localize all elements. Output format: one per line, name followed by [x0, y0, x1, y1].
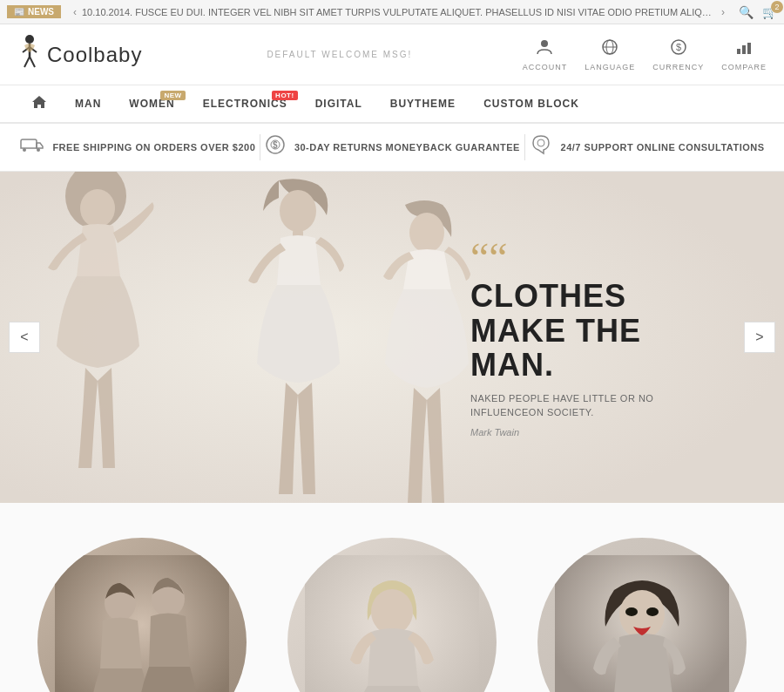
hero-content: ““ CLOTHES MAKE THE MAN. NAKED PEOPLE HA…: [470, 237, 714, 438]
svg-point-34: [625, 607, 638, 616]
svg-point-15: [23, 148, 26, 152]
language-icon: [601, 38, 618, 60]
svg-point-0: [25, 35, 34, 44]
compare-label: COMPARE: [721, 63, 767, 71]
cart-badge: 2: [771, 1, 783, 13]
nav-item-electronics[interactable]: ELECTRONICS HOT!: [189, 87, 301, 120]
nav-item-buytheme[interactable]: BUYTHEME: [376, 87, 470, 120]
feature-support-text: 24/7 SUPPORT ONLINE CONSULTATIONS: [561, 142, 765, 153]
svg-point-20: [537, 139, 544, 146]
account-icon-item[interactable]: ACCOUNT: [523, 38, 568, 71]
account-icon: [536, 38, 553, 60]
language-icon-item[interactable]: LANGUAGE: [585, 38, 635, 71]
category-new-arrivals[interactable]: NEW ARRIVALS: [26, 538, 259, 692]
nav-badge-hot: HOT!: [272, 91, 298, 100]
language-label: LANGUAGE: [585, 63, 635, 71]
logo-icon: [17, 35, 42, 74]
currency-label: CURRENCY: [652, 63, 704, 71]
navigation: MAN WOMEN NEW ELECTRONICS HOT! DIGITAL B…: [0, 85, 784, 124]
header: Coolbaby DEFAULT WELCOME MSG! ACCOUNT LA…: [0, 24, 784, 85]
nav-home[interactable]: [17, 85, 61, 123]
nav-item-man[interactable]: MAN: [61, 87, 115, 120]
svg-point-23: [80, 189, 115, 227]
category-circle-summer-sale: [287, 538, 497, 692]
news-label: 📰 NEWS: [7, 5, 61, 18]
svg-point-31: [371, 589, 413, 634]
cart-icon[interactable]: 🛒 2: [762, 5, 777, 19]
slider-prev-button[interactable]: <: [9, 322, 40, 353]
nav-badge-new: NEW: [160, 91, 185, 100]
category-circle-fur-clothing: [537, 538, 747, 692]
feature-support: 24/7 SUPPORT ONLINE CONSULTATIONS: [530, 134, 765, 160]
logo-area[interactable]: Coolbaby: [17, 35, 157, 74]
slider-next-button[interactable]: >: [744, 322, 775, 353]
feature-divider-1: [260, 134, 260, 160]
feature-divider-2: [524, 134, 525, 160]
news-text: 10.10.2014. FUSCE EU DUI. INTEGER VEL NI…: [82, 7, 716, 17]
svg-line-4: [24, 57, 30, 67]
category-summer-sale[interactable]: SUMMER SALE: [276, 538, 509, 692]
hero-author: Mark Twain: [470, 427, 714, 438]
hero-title: CLOTHES MAKE THE MAN.: [470, 279, 714, 383]
currency-icon: $: [670, 38, 687, 60]
shipping-icon: [19, 136, 44, 159]
news-prev-arrow[interactable]: ‹: [68, 6, 82, 18]
hero-slider: ““ CLOTHES MAKE THE MAN. NAKED PEOPLE HA…: [0, 172, 784, 503]
feature-shipping-text: FREE SHIPPING ON ORDERS OVER $200: [52, 142, 255, 153]
nav-item-custom-block-label: CUSTOM BLOCK: [483, 98, 579, 110]
svg-text:$: $: [273, 140, 278, 150]
feature-shipping: FREE SHIPPING ON ORDERS OVER $200: [19, 136, 255, 159]
svg-line-5: [30, 57, 35, 67]
features-bar: FREE SHIPPING ON ORDERS OVER $200 $ 30-D…: [0, 124, 784, 172]
logo-text: Coolbaby: [47, 43, 142, 67]
slider-next-icon: >: [755, 329, 763, 345]
svg-rect-14: [747, 43, 751, 54]
svg-point-24: [280, 190, 316, 232]
welcome-message: DEFAULT WELCOME MSG!: [157, 50, 523, 59]
svg-text:$: $: [676, 42, 681, 52]
nav-item-digital-label: DIGITAL: [315, 98, 362, 110]
news-bar: 📰 NEWS ‹ 10.10.2014. FUSCE EU DUI. INTEG…: [0, 0, 784, 24]
svg-point-16: [37, 148, 40, 152]
compare-icon: [735, 38, 753, 60]
account-label: ACCOUNT: [523, 63, 568, 71]
category-circle-new-arrivals: [37, 538, 247, 692]
support-icon: [530, 134, 552, 160]
search-icon[interactable]: 🔍: [739, 5, 754, 19]
header-icons: ACCOUNT LANGUAGE $ CURRENCY COMPARE: [523, 38, 767, 71]
hero-quote-mark: ““: [470, 237, 714, 279]
svg-point-6: [541, 40, 548, 47]
nav-item-digital[interactable]: DIGITAL: [301, 87, 376, 120]
currency-icon-item[interactable]: $ CURRENCY: [652, 38, 704, 71]
news-right-icons: 🔍 🛒 2: [739, 5, 777, 19]
nav-item-buytheme-label: BUYTHEME: [390, 98, 456, 110]
nav-item-women[interactable]: WOMEN NEW: [115, 87, 188, 120]
svg-rect-13: [742, 45, 746, 54]
compare-icon-item[interactable]: COMPARE: [721, 38, 767, 71]
news-next-arrow[interactable]: ›: [716, 6, 730, 18]
news-label-text: NEWS: [28, 7, 54, 17]
slider-prev-icon: <: [20, 329, 28, 345]
returns-icon: $: [265, 134, 286, 160]
category-fur-clothing[interactable]: FUR CLOTHING: [525, 538, 758, 692]
hero-subtitle: NAKED PEOPLE HAVE LITTLE OR NO INFLUENCE…: [470, 391, 679, 420]
svg-point-26: [409, 213, 444, 253]
feature-returns: $ 30-DAY RETURNS MONEYBACK GUARANTEE: [265, 134, 520, 160]
feature-returns-text: 30-DAY RETURNS MONEYBACK GUARANTEE: [294, 142, 520, 153]
svg-point-35: [646, 607, 659, 616]
categories-section: NEW ARRIVALS: [0, 503, 784, 692]
nav-item-man-label: MAN: [75, 98, 101, 110]
svg-rect-12: [737, 49, 740, 54]
newspaper-icon: 📰: [14, 7, 24, 17]
nav-item-custom-block[interactable]: CUSTOM BLOCK: [470, 87, 593, 120]
